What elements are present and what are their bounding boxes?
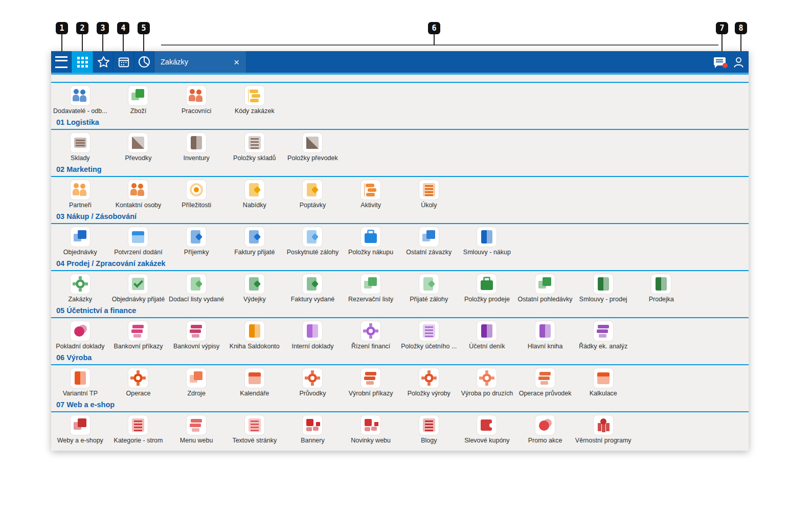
module-item[interactable]: Položky účetního ... [400,321,458,350]
module-item[interactable]: Položky nákupu [342,227,400,256]
module-item[interactable]: Položky prodeje [458,274,516,303]
module-item[interactable]: Pracovníci [167,86,225,115]
module-item[interactable]: Řízení financí [342,321,400,350]
module-tile [245,180,264,199]
module-item[interactable]: Přijaté zálohy [400,274,458,303]
module-label: Zboží [130,107,146,115]
module-item[interactable]: Blogy [400,415,458,444]
module-item[interactable]: Poptávky [284,180,342,209]
module-tile [419,180,439,199]
module-label: Pracovníci [182,107,211,115]
module-item[interactable]: Kódy zakázek [225,86,284,115]
module-item[interactable]: Smlouvy - prodej [574,274,633,303]
module-tile [303,227,322,247]
module-item[interactable]: Ostatní pohledávky [516,274,574,303]
module-item[interactable]: Objednávky [51,227,109,256]
module-item[interactable]: Dodací listy vydané [167,274,225,303]
module-item[interactable]: Weby a e-shopy [51,415,109,444]
module-item[interactable]: Řádky ek. analýz [574,321,633,350]
module-item[interactable]: Poskytnuté zálohy [284,227,342,256]
module-item[interactable]: Výdejky [225,274,284,303]
calendar-button[interactable] [114,51,134,73]
module-label: Textové stránky [232,437,277,444]
recent-button[interactable] [134,51,154,73]
module-item[interactable]: Položky převodek [284,133,342,162]
module-item[interactable]: Promo akce [516,415,574,444]
module-item[interactable]: Sklady [51,133,109,162]
module-item[interactable]: Dodavatelé - odb... [51,86,109,115]
module-item[interactable]: Položky výroby [400,368,458,397]
module-item[interactable]: Položky skladů [225,133,284,162]
module-item[interactable]: Variantní TP [51,368,109,397]
module-label: Prodejka [649,296,674,303]
module-item[interactable]: Kalkulace [574,368,633,397]
module-item[interactable]: Ostatní závazky [400,227,458,256]
module-item[interactable]: Výroba po druzích [458,368,516,397]
module-item[interactable]: Operace [109,368,168,397]
module-item[interactable]: Prodejka [633,274,691,303]
module-item[interactable]: Objednávky přijaté [109,274,168,303]
module-tile [128,368,148,388]
module-item[interactable]: Zboží [109,86,168,115]
module-item[interactable]: Partneři [51,180,109,209]
module-item[interactable]: Kniha Saldokonto [225,321,284,350]
module-item[interactable]: Faktury vydané [284,274,342,303]
module-item[interactable]: Operace průvodek [516,368,574,397]
module-item[interactable]: Potvrzení dodání [109,227,168,256]
module-item[interactable]: Kalendáře [225,368,284,397]
user-profile-icon[interactable] [732,55,746,69]
module-item[interactable]: Bankovní příkazy [109,321,168,350]
module-item[interactable]: Menu webu [167,415,225,444]
module-item[interactable]: Výrobní příkazy [342,368,400,397]
callout-line [61,34,62,51]
module-tile [594,415,613,435]
apps-grid-button[interactable] [72,51,93,73]
module-label: Blogy [421,437,437,444]
module-item[interactable]: Novinky webu [342,415,400,444]
module-item[interactable]: Věrnostní programy [574,415,633,444]
module-item[interactable]: Slevové kupóny [458,415,516,444]
module-tile [303,180,322,199]
module-item[interactable]: Zdroje [167,368,225,397]
module-item[interactable]: Smlouvy - nákup [458,227,516,256]
module-item[interactable]: Textové stránky [225,415,284,444]
module-item[interactable]: Převodky [109,133,168,162]
favorites-button[interactable] [93,51,114,73]
module-item[interactable]: Aktivity [342,180,400,209]
section-divider [51,75,749,83]
module-item[interactable]: Příjemky [167,227,225,256]
module-tile [419,274,439,294]
module-item[interactable]: Příležitosti [167,180,225,209]
module-tile [535,274,555,294]
module-item[interactable]: Faktury přijaté [225,227,284,256]
list-icon [246,416,263,434]
callout-badge-3: 3 [97,22,109,34]
tags-icon [246,87,263,104]
module-label: Poptávky [300,202,326,209]
split-icon [304,134,321,151]
main-menu-button[interactable] [51,51,72,73]
module-label: Promo akce [528,437,562,444]
bars-icon [362,369,379,387]
module-item[interactable]: Průvodky [284,368,342,397]
module-item[interactable]: Pokladní doklady [51,321,109,350]
module-item[interactable]: Kategorie - strom [109,415,168,444]
module-item[interactable]: Rezervační listy [342,274,400,303]
module-item[interactable]: Bannery [284,415,342,444]
module-item[interactable]: Kontaktní osoby [109,180,168,209]
module-item[interactable]: Zakázky [51,274,109,303]
module-item[interactable]: Bankovní výpisy [167,321,225,350]
module-tile [128,180,148,199]
module-item[interactable]: Interní doklady [284,321,342,350]
module-item[interactable]: Hlavní kniha [516,321,574,350]
tab-zakazky[interactable]: Zakázky × [154,51,246,73]
feedback-message-icon[interactable] [714,57,726,65]
module-item[interactable]: Nabídky [225,180,284,209]
module-label: Položky výroby [408,390,450,397]
module-item[interactable]: Účetní deník [458,321,516,350]
module-tile [361,227,380,247]
module-item[interactable]: Úkoly [400,180,458,209]
module-item[interactable]: Inventury [167,133,225,162]
module-label: Aktivity [360,202,381,209]
close-icon[interactable]: × [233,57,240,67]
